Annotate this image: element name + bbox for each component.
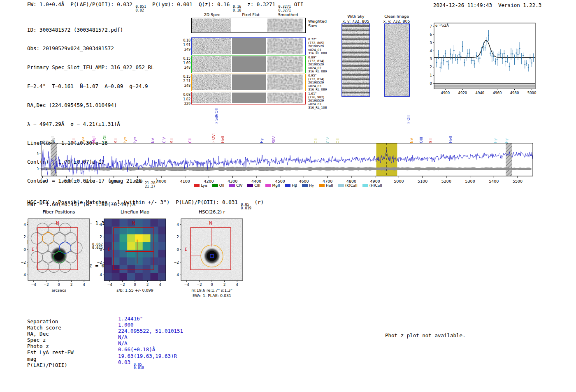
spec2d-cell	[232, 19, 266, 32]
legend-item-Ly: Lyα	[194, 183, 207, 188]
clean-image	[384, 23, 410, 97]
legend-label: Hβ	[292, 183, 297, 188]
svg-text:−4: −4	[174, 273, 179, 277]
svg-text:3700: 3700	[85, 179, 95, 183]
match-row-value: 19.63(19.63,19.63)R	[118, 353, 177, 359]
spec2d-cell	[267, 93, 303, 103]
legend-item-CIII: CIII	[247, 183, 260, 188]
match-row-label: mag	[27, 356, 118, 362]
heatmap-cell	[158, 227, 166, 234]
fiber-positions-plot: NE−4−4−2−2002244	[16, 217, 98, 290]
fiber-positions-title: Fiber Positions	[18, 209, 100, 215]
legend-label: (K)CaII	[345, 183, 358, 188]
heatmap-cell	[104, 219, 112, 227]
match-table-row: Separation1.24416"	[27, 315, 183, 322]
weighted-sum-label: Weighted Sum	[308, 19, 331, 28]
svg-text:0: 0	[37, 167, 39, 171]
spec2d-row-annotation: 1.61"(736, 982)20190529v024_03316_RL_108	[308, 92, 334, 110]
heatmap-cell	[151, 250, 158, 257]
zoom-units-label: e⁻¹⁷x2Å	[435, 23, 449, 28]
spec2d-row-annotation: 0.95"(732, 814)20190529v024_03316_RL_089	[308, 74, 334, 92]
spec2d-row-2	[191, 56, 306, 73]
legend-item-OII: OII	[212, 183, 224, 188]
photz-note: Phot z plot not available.	[385, 332, 466, 339]
spec2d-row-stats: 0.152.31248	[177, 74, 190, 88]
ra-dec: RA,Dec (224.095459,51.010494)	[27, 102, 158, 108]
heatmap-cell	[127, 265, 135, 273]
legend-item-KCaII: (K)CaII	[338, 183, 358, 188]
match-row-label: Est LyA rest-EW	[27, 349, 118, 355]
svg-text:−4: −4	[107, 283, 113, 287]
heatmap-cell	[127, 257, 135, 265]
heatmap-cell	[120, 265, 128, 273]
heatmap-cell	[135, 265, 143, 273]
match-row-label: Separation	[27, 318, 118, 325]
svg-text:0: 0	[177, 248, 179, 252]
heatmap-cell	[135, 273, 143, 281]
legend-swatch	[265, 184, 271, 187]
detection-id: ID: 3003481572 (3003481572.pdf)	[27, 27, 158, 33]
svg-text:4920: 4920	[458, 91, 467, 95]
svg-text:5: 5	[430, 41, 432, 45]
svg-text:4500: 4500	[275, 179, 285, 183]
line-label-SiIV: } SiIV	[214, 114, 218, 124]
heatmap-cell	[158, 219, 166, 227]
match-row-value: N/A	[118, 334, 128, 340]
spec2d-cell	[192, 93, 231, 103]
heatmap-cell	[104, 273, 112, 281]
svg-text:−2: −2	[44, 283, 49, 287]
col-header-pixelflat: Pixel Flat	[233, 12, 268, 17]
spec2d-cell	[192, 38, 231, 54]
legend-swatch	[362, 184, 368, 187]
svg-text:5100: 5100	[418, 179, 427, 183]
svg-text:−4: −4	[31, 283, 37, 287]
legend-swatch	[338, 184, 344, 187]
svg-text:2: 2	[70, 283, 72, 287]
heatmap-cell	[143, 257, 151, 265]
heatmap-cell	[112, 273, 120, 281]
heatmap-cell	[151, 273, 158, 281]
east-label: E	[108, 247, 110, 252]
col-header-smoothed: Smoothed	[269, 12, 307, 17]
full-spectrum-plot: 3500360037003800390040004100420043004400…	[37, 139, 539, 188]
hsc-cutout-title: HSC(26.2) r	[171, 209, 253, 215]
svg-text:2: 2	[223, 283, 225, 287]
svg-text:4: 4	[236, 283, 238, 287]
spec2d-row-3	[191, 74, 306, 91]
svg-text:2: 2	[430, 65, 432, 69]
legend-item-CIV: CIV	[229, 183, 242, 188]
legend-label: HeII	[326, 183, 333, 188]
clean-image-title: Clean Image x, y: 732, 805	[376, 14, 417, 23]
heatmap-cell	[127, 234, 135, 242]
svg-text:4: 4	[430, 49, 432, 53]
svg-text:4700: 4700	[323, 179, 332, 183]
svg-text:4: 4	[177, 223, 179, 227]
legend-swatch	[319, 184, 325, 187]
svg-text:4800: 4800	[346, 179, 356, 183]
heatmap-cell	[104, 257, 112, 265]
legend-label: Lyα	[201, 183, 207, 188]
svg-text:−4: −4	[97, 273, 102, 277]
svg-text:3800: 3800	[109, 179, 119, 183]
svg-text:4100: 4100	[180, 179, 190, 183]
elixer-report-page: EW: 1.0±0.4Å P(LAE)/P(OII): 0.032 0.0510…	[0, 0, 576, 392]
heatmap-cell	[158, 265, 166, 273]
heatmap-cell	[143, 265, 151, 273]
heatmap-cell	[158, 234, 166, 242]
heatmap-cell	[151, 257, 158, 265]
heatmap-cell	[127, 250, 135, 257]
heatmap-cell	[104, 227, 112, 234]
north-label: N	[132, 221, 135, 225]
spec2d-row-1	[191, 37, 306, 55]
spec2d-cell	[267, 19, 303, 32]
primary-spec-slot: Primary Spec_Slot_IFU_AMP: 316_022_052_R…	[27, 64, 158, 70]
svg-text:5200: 5200	[441, 179, 451, 183]
svg-text:5400: 5400	[489, 179, 499, 183]
heatmap-cell	[104, 234, 112, 242]
svg-text:4: 4	[83, 283, 85, 287]
legend-label: Hγ	[309, 183, 314, 188]
north-label: N	[56, 221, 59, 225]
heatmap-cell	[158, 250, 166, 257]
spec2d-row-stats: 0.181.91249	[177, 38, 190, 52]
svg-text:5000: 5000	[394, 179, 404, 183]
